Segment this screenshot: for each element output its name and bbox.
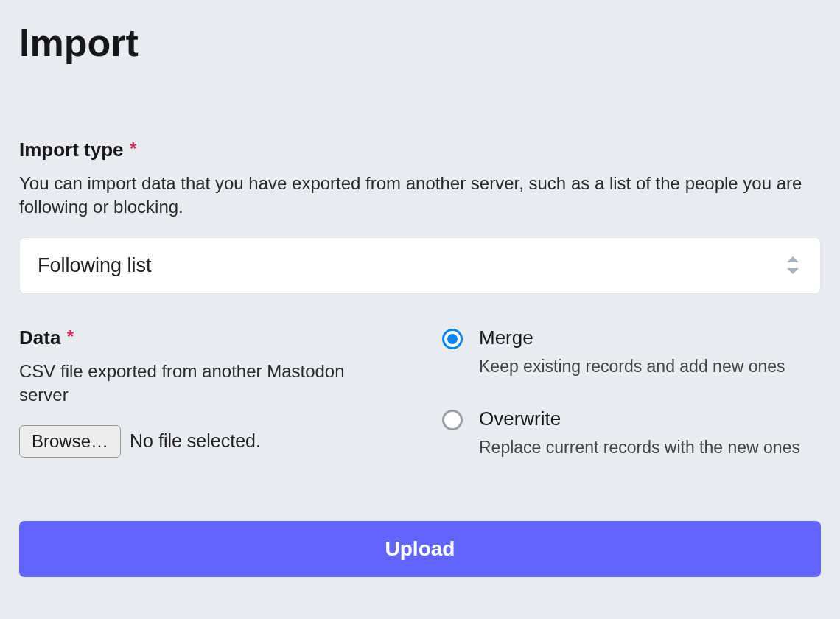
radio-overwrite[interactable] <box>442 410 463 430</box>
radio-merge-label: Merge <box>479 326 821 349</box>
data-section: Data * CSV file exported from another Ma… <box>19 326 398 489</box>
import-type-description: You can import data that you have export… <box>19 172 821 220</box>
import-type-select-wrap: Following list <box>19 237 821 294</box>
file-picker-row: Browse… No file selected. <box>19 425 398 458</box>
radio-overwrite-description: Replace current records with the new one… <box>479 438 821 458</box>
page-title: Import <box>19 21 821 65</box>
required-indicator: * <box>67 326 74 346</box>
data-description: CSV file exported from another Mastodon … <box>19 360 398 408</box>
radio-merge-description: Keep existing records and add new ones <box>479 357 821 377</box>
file-status-text: No file selected. <box>130 430 261 452</box>
browse-button[interactable]: Browse… <box>19 425 121 458</box>
mode-section: Merge Keep existing records and add new … <box>442 326 821 489</box>
radio-option-merge: Merge Keep existing records and add new … <box>442 326 821 377</box>
required-indicator: * <box>130 139 136 158</box>
radio-overwrite-label: Overwrite <box>479 408 821 430</box>
import-type-select[interactable]: Following list <box>19 237 821 294</box>
radio-merge[interactable] <box>442 329 463 349</box>
radio-option-overwrite: Overwrite Replace current records with t… <box>442 408 821 458</box>
import-type-section: Import type * You can import data that y… <box>19 139 821 294</box>
data-label: Data <box>19 326 60 349</box>
upload-button[interactable]: Upload <box>19 521 821 577</box>
import-type-label: Import type <box>19 139 124 161</box>
